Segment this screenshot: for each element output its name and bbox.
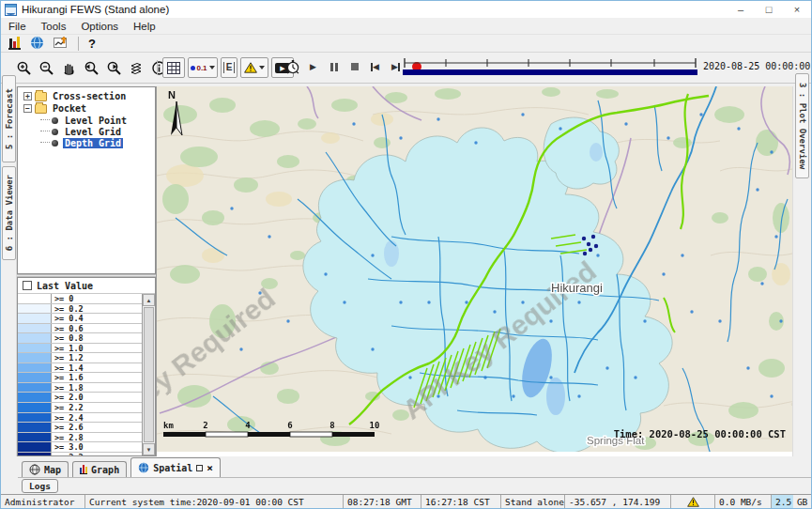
help-button[interactable]: ?: [88, 37, 96, 51]
left-tab-strip: 5 : Forecast 6 : Data Viewer: [1, 86, 17, 456]
tree-node-cross-section[interactable]: + Cross-section: [18, 90, 155, 102]
stop-button[interactable]: [346, 59, 362, 74]
time-slider[interactable]: [403, 56, 697, 79]
legend-row: >= 2.8: [18, 433, 142, 443]
pause-button[interactable]: [326, 59, 342, 74]
svg-text:2: 2: [203, 421, 207, 430]
tab-data-viewer[interactable]: 6 : Data Viewer: [2, 166, 16, 260]
timer-icon[interactable]: [284, 59, 300, 74]
layers-tree: + Cross-section − Pocket Level Point Lev…: [17, 86, 156, 274]
collapse-icon[interactable]: −: [23, 104, 32, 113]
tree-node-level-grid[interactable]: Level Grid: [40, 126, 155, 137]
legend-swatch: [18, 433, 52, 442]
legend-swatch: [18, 373, 52, 382]
expand-icon[interactable]: +: [23, 92, 32, 100]
legend-row: >= 2.4: [18, 413, 142, 424]
legend-swatch: [18, 363, 52, 373]
tree-node-depth-grid[interactable]: Depth Grid: [40, 137, 155, 148]
tree-node-pocket[interactable]: − Pocket: [18, 102, 155, 115]
legend-row: >= 1.2: [18, 353, 142, 363]
globe-explorer-icon[interactable]: [30, 37, 44, 50]
status-system-time: Current system time:2020-09-01 00:00 CST: [85, 495, 344, 508]
legend-swatch: [18, 314, 52, 323]
status-gmt-time: 08:27:18 GMT: [344, 495, 421, 508]
legend-swatch: [18, 393, 52, 402]
maximize-button[interactable]: □: [755, 1, 783, 18]
last-value-checkbox[interactable]: [23, 281, 32, 290]
status-warning-cell: [671, 495, 715, 508]
map-canvas[interactable]: API Key Required API Key Required Hikura…: [157, 86, 792, 452]
warning-triangle-icon: [687, 497, 699, 507]
menu-item[interactable]: File: [8, 21, 26, 32]
scrollbar-thumb[interactable]: [144, 307, 154, 442]
grid-display-button[interactable]: [162, 57, 185, 78]
legend-row: >= 1.4: [18, 363, 142, 374]
minimize-button[interactable]: –: [727, 1, 755, 18]
zoom-previous-icon[interactable]: [82, 59, 100, 76]
tab-graph[interactable]: Graph: [72, 461, 127, 477]
status-memory: 2.5 GB: [772, 495, 811, 508]
zoom-next-icon[interactable]: [104, 59, 123, 76]
legend-row: >= 2.6: [18, 423, 142, 433]
scroll-down-icon[interactable]: ▼: [143, 443, 155, 455]
legend-row: >= 2.2: [18, 403, 142, 413]
display-tab-bar: Map Graph Spatial ×: [18, 456, 811, 478]
content-area: 5 : Forecast 6 : Data Viewer + Cross-sec…: [1, 86, 811, 456]
svg-text:km: km: [163, 421, 174, 430]
scroll-up-icon[interactable]: ▲: [143, 294, 155, 306]
pan-hand-icon[interactable]: [59, 59, 78, 76]
svg-text:8: 8: [329, 421, 334, 430]
bullet-icon: [52, 129, 58, 135]
status-user: Administrator: [1, 495, 85, 508]
tab-maximize-icon[interactable]: [196, 465, 203, 471]
tab-plot-overview[interactable]: 3 : Plot Overview: [795, 73, 809, 178]
legend-swatch: [18, 423, 52, 432]
tab-forecast[interactable]: 5 : Forecast: [2, 75, 16, 162]
value-precision-dropdown[interactable]: 0.1: [188, 57, 218, 78]
tab-close-icon[interactable]: ×: [207, 463, 213, 473]
last-step-button[interactable]: ▶: [388, 59, 404, 74]
logs-button[interactable]: Logs: [22, 479, 58, 493]
labels-e-icon: E: [223, 62, 236, 73]
bar-chart-icon: [80, 465, 87, 474]
legend-swatch: [18, 324, 52, 333]
tab-spatial[interactable]: Spatial ×: [130, 457, 221, 477]
tree-node-level-point[interactable]: Level Point: [40, 115, 155, 126]
status-mode: Stand alone: [501, 495, 565, 508]
blue-globe-icon: [138, 462, 149, 473]
close-button[interactable]: ×: [783, 1, 811, 18]
status-download-rate: 0.0 MB/s: [715, 495, 772, 508]
window-title: Hikurangi FEWS (Stand alone): [22, 4, 169, 15]
current-datetime-label: 2020-08-25 00:00:00 CST: [703, 61, 812, 71]
legend-panel: Last Value >= 0 >= 0.2: [17, 277, 156, 456]
right-tab-strip: 3 : Plot Overview: [792, 86, 811, 456]
layers-icon[interactable]: [127, 59, 146, 76]
labels-button[interactable]: E: [221, 57, 237, 78]
database-viewer-icon[interactable]: [8, 37, 21, 50]
legend-scrollbar[interactable]: ▲ ▼: [142, 294, 155, 455]
legend-swatch: [18, 453, 52, 455]
menu-item[interactable]: Tools: [41, 21, 67, 32]
tab-map[interactable]: Map: [22, 461, 69, 477]
toolbar-separator: [78, 37, 79, 51]
warning-triangle-icon: [244, 62, 257, 73]
logs-row: Logs: [18, 478, 811, 494]
title-bar: Hikurangi FEWS (Stand alone) – □ ×: [1, 1, 811, 18]
warning-thresholds-dropdown[interactable]: [240, 57, 268, 78]
zoom-in-icon[interactable]: [14, 59, 33, 76]
legend-swatch: [18, 344, 52, 353]
first-step-button[interactable]: ◀: [367, 59, 383, 74]
zoom-out-icon[interactable]: [37, 59, 55, 76]
menu-item[interactable]: Options: [81, 21, 118, 32]
chevron-down-icon: [259, 66, 265, 69]
map-area: API Key Required API Key Required Hikura…: [157, 86, 792, 456]
legend-row: >= 1.0: [18, 344, 142, 354]
profile-display-icon[interactable]: [54, 37, 69, 50]
svg-text:10: 10: [370, 421, 380, 430]
menu-item[interactable]: Help: [133, 21, 156, 32]
legend-row: >= 0.6: [18, 324, 142, 334]
main-toolbar: ?: [1, 35, 811, 53]
legend-row: >= 1.8: [18, 383, 142, 393]
play-button[interactable]: ▶: [305, 59, 321, 74]
wire-globe-icon: [29, 464, 40, 475]
